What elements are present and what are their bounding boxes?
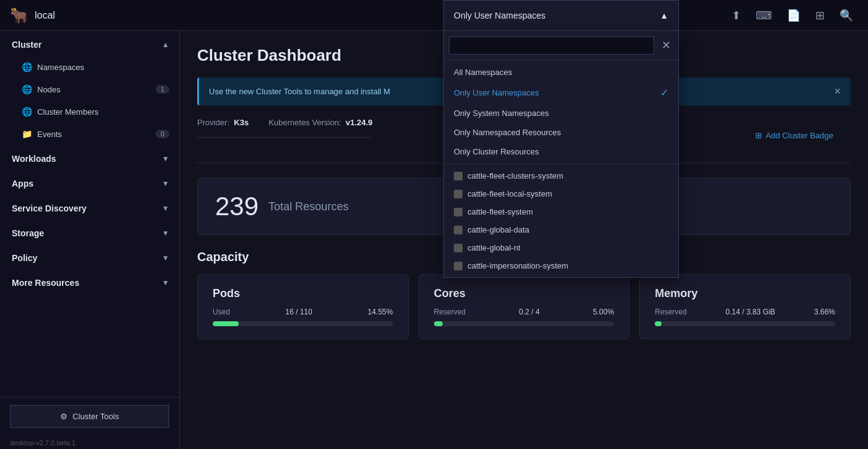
logo-icon: 🐂	[10, 7, 29, 24]
capacity-cards: Pods Used 16 / 110 14.55% Cores Reserved	[197, 274, 851, 339]
pods-title: Pods	[213, 287, 393, 300]
sidebar-section-apps[interactable]: Apps ▼	[0, 170, 179, 195]
cluster-members-label: Cluster Members	[37, 107, 99, 117]
terminal-button[interactable]: ⌨	[751, 5, 777, 26]
list-item[interactable]: cattle-fleet-local-system	[444, 185, 678, 203]
memory-title: Memory	[655, 287, 835, 300]
sidebar-footer: ⚙ Cluster Tools	[0, 397, 179, 435]
sidebar-item-cluster-members[interactable]: 🌐 Cluster Members	[0, 100, 179, 123]
add-cluster-badge-button[interactable]: ⊞ Add Cluster Badge	[755, 131, 833, 140]
memory-progress-fill	[655, 321, 662, 326]
cores-reserved-value: 0.2 / 4	[519, 308, 539, 316]
add-badge-label: Add Cluster Badge	[766, 131, 833, 140]
sidebar-section-storage[interactable]: Storage ▼	[0, 220, 179, 244]
chevron-down-icon: ▼	[162, 179, 169, 188]
pods-card: Pods Used 16 / 110 14.55%	[197, 274, 409, 339]
pods-progress-bar	[213, 321, 393, 326]
namespace-option-system[interactable]: Only System Namespaces	[444, 104, 678, 123]
memory-row: Reserved 0.14 / 3.83 GiB 3.66%	[655, 308, 835, 316]
header-actions: ⬆ ⌨ 📄 ⊞ 🔍	[727, 5, 858, 26]
k8s-version: Kubernetes Version: v1.24.9	[268, 118, 373, 127]
check-icon: ✓	[660, 87, 668, 99]
nodes-badge: 1	[156, 85, 169, 94]
k8s-version-value: v1.24.9	[345, 118, 372, 127]
cluster-tools-button[interactable]: ⚙ Cluster Tools	[10, 405, 169, 428]
namespace-options-list: All Namespaces Only User Namespaces ✓ On…	[444, 60, 678, 164]
provider-label: Provider: K3s	[197, 118, 249, 127]
sidebar-item-events[interactable]: 📁 Events 0	[0, 123, 179, 145]
cores-card: Cores Reserved 0.2 / 4 5.00%	[418, 274, 630, 339]
cores-row: Reserved 0.2 / 4 5.00%	[434, 308, 614, 316]
memory-progress-bar	[655, 321, 835, 326]
list-item[interactable]: cattle-fleet-system	[444, 203, 678, 221]
pods-row: Used 16 / 110 14.55%	[213, 308, 393, 316]
version-label: desktop-v2.7.0.beta.1	[0, 435, 179, 449]
file-button[interactable]: 📄	[782, 5, 805, 26]
close-icon: ×	[834, 85, 841, 98]
chevron-down-icon: ▼	[162, 154, 169, 163]
namespace-item-icon	[454, 226, 463, 234]
chevron-down-icon: ▼	[162, 204, 169, 213]
grid-button[interactable]: ⊞	[810, 5, 830, 26]
memory-reserved-label: Reserved	[655, 308, 686, 316]
search-button[interactable]: 🔍	[835, 5, 858, 26]
pods-pct: 14.55%	[368, 308, 393, 316]
pods-used-label: Used	[213, 308, 230, 316]
nodes-label: Nodes	[37, 85, 61, 94]
namespace-option-user[interactable]: Only User Namespaces ✓	[444, 82, 678, 104]
main-layout: Cluster ▲ 🌐 Namespaces 🌐 Nodes 1 🌐	[0, 31, 868, 449]
total-resources-label: Total Resources	[268, 200, 348, 213]
sidebar-item-nodes[interactable]: 🌐 Nodes 1	[0, 78, 179, 100]
namespace-items-list: cattle-fleet-clusters-system cattle-flee…	[444, 164, 678, 277]
policy-label: Policy	[12, 253, 37, 263]
namespace-search-row: ✕	[444, 31, 678, 60]
workloads-label: Workloads	[12, 154, 56, 164]
namespace-close-button[interactable]: ✕	[659, 36, 673, 55]
globe-icon: 🌐	[22, 62, 32, 72]
namespace-option-cluster[interactable]: Only Cluster Resources	[444, 142, 678, 161]
gear-icon: ⚙	[60, 412, 68, 421]
namespace-item-icon	[454, 190, 463, 198]
chevron-down-icon: ▼	[162, 229, 169, 238]
namespace-search-input[interactable]	[449, 37, 654, 55]
globe-icon: 🌐	[22, 107, 32, 117]
upload-button[interactable]: ⬆	[727, 5, 746, 26]
sidebar-section-service-discovery[interactable]: Service Discovery ▼	[0, 195, 179, 220]
cluster-label: Cluster	[12, 40, 42, 50]
namespace-selector-button[interactable]: Only User Namespaces ▲	[443, 0, 679, 31]
app-logo: 🐂 local	[10, 7, 55, 24]
list-item[interactable]: cattle-global-nt	[444, 239, 678, 257]
sidebar-section-more-resources[interactable]: More Resources ▼	[0, 269, 179, 294]
sidebar-item-namespaces[interactable]: 🌐 Namespaces	[0, 56, 179, 78]
namespaces-label: Namespaces	[37, 63, 84, 72]
apps-label: Apps	[12, 179, 33, 189]
list-item[interactable]: cattle-global-data	[444, 221, 678, 239]
globe-icon: 🌐	[22, 84, 32, 94]
namespace-item-icon	[454, 208, 463, 216]
namespace-option-namespaced[interactable]: Only Namespaced Resources	[444, 123, 678, 142]
namespace-selector[interactable]: Only User Namespaces ▲ ✕ All Namespaces …	[443, 0, 679, 278]
cores-progress-fill	[434, 321, 443, 326]
sidebar: Cluster ▲ 🌐 Namespaces 🌐 Nodes 1 🌐	[0, 31, 180, 449]
list-item[interactable]: cattle-impersonation-system	[444, 257, 678, 275]
sidebar-section-workloads[interactable]: Workloads ▼	[0, 145, 179, 170]
events-label: Events	[37, 130, 62, 139]
namespace-item-icon	[454, 244, 463, 252]
chevron-down-icon: ▼	[162, 254, 169, 262]
list-item[interactable]: cattle-fleet-clusters-system	[444, 167, 678, 185]
sidebar-section-cluster[interactable]: Cluster ▲	[0, 31, 179, 56]
namespace-item-icon	[454, 172, 463, 180]
cores-reserved-label: Reserved	[434, 308, 466, 316]
namespace-option-all[interactable]: All Namespaces	[444, 63, 678, 82]
pods-progress-fill	[213, 321, 239, 326]
namespace-item-icon	[454, 262, 463, 270]
cores-title: Cores	[434, 287, 614, 300]
banner-close-button[interactable]: ×	[834, 85, 841, 98]
provider-value: K3s	[234, 118, 249, 127]
folder-icon: 📁	[22, 129, 32, 139]
header: 🐂 local Only User Namespaces ▲ ✕ All Nam…	[0, 0, 868, 31]
sidebar-section-policy[interactable]: Policy ▼	[0, 244, 179, 269]
memory-card: Memory Reserved 0.14 / 3.83 GiB 3.66%	[639, 274, 851, 339]
chevron-down-icon: ▼	[162, 278, 169, 287]
cluster-tools-label: Cluster Tools	[73, 412, 119, 421]
